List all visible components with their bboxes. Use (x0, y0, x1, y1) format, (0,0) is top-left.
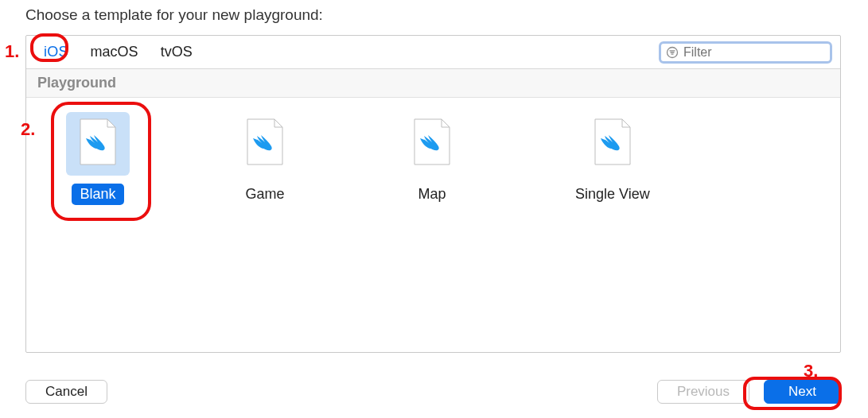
tab-macos[interactable]: macOS (81, 41, 148, 64)
cancel-button[interactable]: Cancel (25, 380, 107, 404)
swift-file-icon (594, 118, 632, 170)
filter-icon (666, 46, 679, 59)
template-icon-wrapper (66, 112, 130, 176)
filter-input[interactable] (683, 45, 825, 60)
next-button[interactable]: Next (764, 380, 841, 404)
template-map[interactable]: Map (400, 112, 464, 205)
annotation-number-3: 3. (804, 361, 818, 381)
page-title: Choose a template for your new playgroun… (25, 6, 323, 24)
template-label: Single View (567, 184, 658, 205)
section-header-playground: Playground (26, 69, 840, 98)
template-icon-wrapper (581, 112, 644, 176)
tab-ios[interactable]: iOS (34, 41, 78, 64)
template-label: Game (237, 184, 292, 205)
template-blank[interactable]: Blank (66, 112, 130, 205)
previous-button: Previous (657, 380, 749, 404)
template-icon-wrapper (233, 112, 297, 176)
template-icon-wrapper (400, 112, 464, 176)
swift-file-icon (246, 118, 284, 170)
filter-field[interactable] (659, 41, 832, 64)
template-label: Blank (72, 184, 123, 205)
swift-file-icon (79, 118, 117, 170)
template-grid: Blank Game (26, 98, 840, 219)
annotation-number-1: 1. (5, 41, 19, 62)
platform-tabbar: iOS macOS tvOS (26, 36, 840, 69)
template-label: Map (410, 184, 453, 205)
dialog-footer: Cancel Previous Next (25, 380, 841, 404)
tab-tvos[interactable]: tvOS (151, 41, 202, 64)
template-panel: iOS macOS tvOS Playground (25, 35, 841, 353)
template-game[interactable]: Game (233, 112, 297, 205)
swift-file-icon (413, 118, 451, 170)
template-single-view[interactable]: Single View (567, 112, 658, 205)
